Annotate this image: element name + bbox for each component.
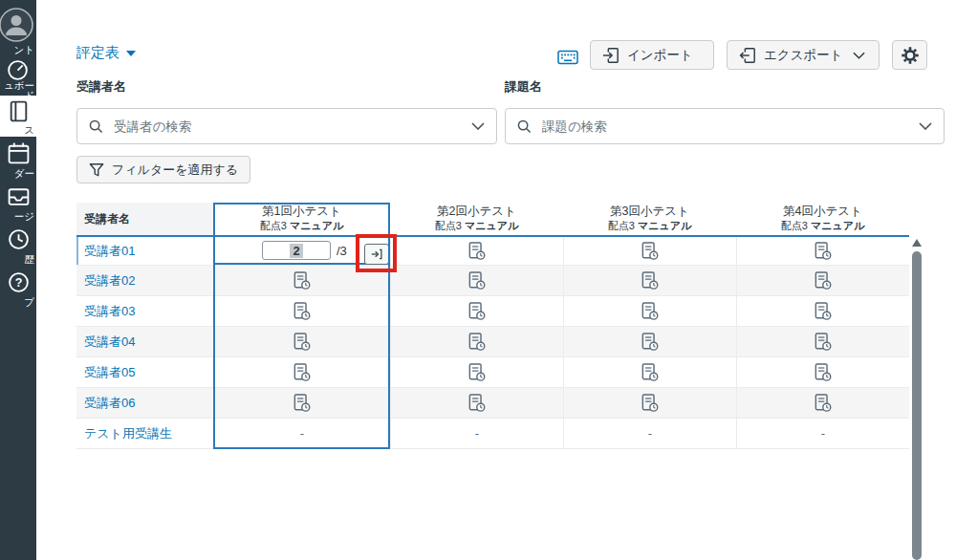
scrollbar-thumb[interactable]	[912, 251, 922, 560]
assignment-column-header-2[interactable]: 第2回小テスト 配点3 マニュアル	[390, 203, 563, 235]
grade-cell[interactable]	[390, 327, 563, 356]
table-row: 受講者03	[76, 296, 909, 327]
submission-pending-icon	[815, 301, 832, 321]
student-link[interactable]: テスト用受講生	[76, 419, 213, 448]
gear-icon	[901, 46, 920, 65]
table-row: 受講者02	[76, 266, 909, 296]
student-link[interactable]: 受講者02	[76, 266, 213, 295]
sidebar-item-label: 歴	[0, 253, 34, 267]
student-search-box	[76, 108, 497, 144]
grade-cell[interactable]	[213, 266, 390, 295]
gradebook-menu-label: 評定表	[76, 44, 120, 62]
grade-cell[interactable]	[390, 296, 563, 326]
history-icon	[7, 227, 31, 251]
grade-cell[interactable]	[390, 237, 563, 265]
help-icon	[7, 270, 31, 294]
grade-cell[interactable]	[390, 357, 563, 387]
dashboard-icon	[6, 57, 30, 81]
export-icon	[739, 47, 756, 64]
import-button[interactable]: インポート	[590, 40, 714, 70]
grade-detail-tray-button[interactable]	[364, 244, 389, 265]
grade-cell[interactable]	[563, 327, 736, 356]
grade-cell[interactable]	[736, 388, 909, 418]
table-row: 受講者05	[76, 357, 909, 388]
grade-cell[interactable]: -	[736, 419, 909, 448]
gradebook-settings-button[interactable]	[892, 40, 927, 70]
grade-cell[interactable]	[736, 357, 909, 387]
sidebar-item-label: プ	[0, 296, 34, 310]
student-link[interactable]: 受講者06	[76, 388, 213, 418]
submission-pending-icon	[293, 332, 311, 352]
gradebook-menu-button[interactable]: 評定表	[76, 44, 136, 62]
student-column-header[interactable]: 受講者名	[76, 203, 213, 235]
sidebar-item-calendar[interactable]: ダー	[0, 139, 36, 180]
submission-pending-icon	[815, 332, 832, 352]
table-row: テスト用受講生 - - - -	[76, 419, 909, 449]
grade-cell[interactable]	[736, 327, 909, 356]
sidebar-item-history[interactable]: 歴	[0, 225, 36, 266]
sidebar-item-messages[interactable]: ージ	[0, 182, 36, 223]
search-icon	[89, 119, 103, 134]
search-icon	[517, 119, 532, 134]
grade-cell[interactable]	[563, 237, 736, 265]
score-input[interactable]: 2	[262, 241, 331, 260]
apply-filter-label: フィルターを適用する	[112, 162, 238, 179]
chevron-down-icon[interactable]	[919, 122, 932, 130]
keyboard-shortcuts-icon[interactable]	[557, 50, 578, 65]
sidebar-item-help[interactable]: プ	[0, 268, 36, 309]
avatar-icon	[0, 8, 33, 42]
grade-cell[interactable]	[736, 237, 909, 265]
assignment-column-header-1[interactable]: 第1回小テスト 配点3 マニュアル	[213, 203, 390, 235]
grade-cell[interactable]	[390, 266, 563, 295]
student-link[interactable]: 受講者04	[76, 327, 213, 356]
assignment-column-header-4[interactable]: 第4回小テスト 配点3 マニュアル	[736, 203, 909, 235]
grade-cell[interactable]	[736, 266, 909, 295]
grade-cell[interactable]	[563, 357, 736, 387]
submission-pending-icon	[641, 332, 659, 352]
submission-pending-icon	[468, 270, 486, 291]
table-header-row: 受講者名 第1回小テスト 配点3 マニュアル 第2回小テスト 配点3 マニュアル…	[76, 203, 909, 237]
grade-cell[interactable]: -	[390, 419, 563, 448]
sidebar-item-label: ージ	[0, 210, 34, 224]
funnel-icon	[89, 162, 104, 178]
grade-cell-editing[interactable]: 2 /3	[213, 237, 390, 265]
vertical-scrollbar	[912, 239, 922, 560]
grade-cell[interactable]	[213, 357, 390, 387]
caret-down-icon	[126, 51, 136, 56]
sidebar-item-courses[interactable]: ス	[0, 96, 36, 137]
grade-cell[interactable]	[213, 388, 390, 418]
grade-cell[interactable]	[736, 296, 909, 326]
grade-cell[interactable]: -	[213, 419, 390, 448]
student-link[interactable]: 受講者01	[76, 237, 213, 265]
sidebar-item-account[interactable]: ント	[0, 0, 36, 55]
assignment-column-header-3[interactable]: 第3回小テスト 配点3 マニュアル	[563, 203, 736, 235]
submission-pending-icon	[468, 241, 486, 261]
table-row: 受講者01 2 /3	[76, 237, 909, 266]
grade-cell[interactable]: -	[563, 419, 736, 448]
submission-pending-icon	[815, 241, 832, 261]
grade-cell[interactable]	[390, 388, 563, 418]
sidebar-item-dashboard[interactable]: ュボー ド	[0, 55, 36, 96]
grade-cell[interactable]	[213, 296, 390, 326]
student-link[interactable]: 受講者05	[76, 357, 213, 387]
grade-cell[interactable]	[213, 327, 390, 356]
submission-pending-icon	[815, 362, 832, 382]
apply-filter-button[interactable]: フィルターを適用する	[76, 156, 250, 183]
submission-pending-icon	[815, 393, 832, 413]
submission-pending-icon	[641, 241, 659, 261]
student-link[interactable]: 受講者03	[76, 296, 213, 326]
submission-pending-icon	[815, 270, 832, 291]
grade-cell[interactable]	[563, 296, 736, 326]
chevron-down-icon[interactable]	[471, 122, 485, 130]
import-button-label: インポート	[627, 47, 693, 64]
grade-cell[interactable]	[563, 266, 736, 295]
export-button[interactable]: エクスポート	[727, 40, 880, 70]
courses-icon	[7, 99, 31, 123]
scroll-up-arrow[interactable]	[912, 239, 922, 247]
sidebar-item-label: ダー	[0, 167, 34, 181]
assignment-search-input[interactable]	[540, 118, 910, 135]
table-row: 受講者04	[76, 327, 909, 357]
submission-pending-icon	[293, 270, 311, 291]
student-search-input[interactable]	[112, 118, 463, 135]
grade-cell[interactable]	[563, 388, 736, 418]
